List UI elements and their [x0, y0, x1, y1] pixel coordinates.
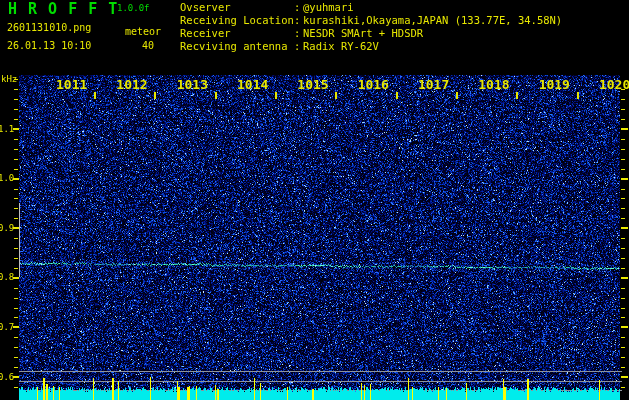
time-tick-label: 1020 [599, 80, 629, 89]
info-value: Radix RY-62V [303, 40, 379, 52]
info-value: kurashiki,Okayama,JAPAN (133.77E, 34.58N… [303, 14, 562, 26]
freq-tick-label: 1.0 [0, 174, 14, 183]
hrofft-output: H R O F F T 1.0.0f 2601131010.png meteor… [0, 0, 629, 400]
freq-tick-label: 0.7 [0, 323, 14, 332]
info-separator: : [294, 41, 303, 52]
info-separator: : [294, 2, 303, 13]
info-separator: : [294, 15, 303, 26]
freq-tick-label: 1.1 [0, 125, 14, 134]
freq-tick-label: 0.8 [0, 273, 14, 282]
time-tick-label: 1016 [358, 80, 389, 89]
freq-tick-label: 0.6 [0, 373, 14, 382]
observation-datetime: 26.01.13 10:10 [7, 41, 91, 51]
station-info-block: Ovserver:@yuhmari Receiving Location:kur… [180, 2, 629, 62]
time-tick-label: 1013 [177, 80, 208, 89]
info-value: NESDR SMArt + HDSDR [303, 27, 423, 39]
output-filename: 2601131010.png [7, 23, 91, 33]
info-label: Ovserver [180, 2, 294, 13]
time-tick-label: 1015 [297, 80, 328, 89]
info-value: @yuhmari [303, 1, 354, 13]
time-tick-label: 1012 [116, 80, 147, 89]
echo-count: 40 [142, 41, 154, 51]
station-info-row: Recviving antenna:Radix RY-62V [180, 41, 379, 52]
freq-tick-label: 0.9 [0, 224, 14, 233]
time-tick-label: 1018 [478, 80, 509, 89]
app-title: H R O F F T [8, 3, 118, 16]
info-label: Receiving Location [180, 15, 294, 26]
station-info-row: Receiver:NESDR SMArt + HDSDR [180, 28, 423, 39]
info-label: Recviving antenna [180, 41, 294, 52]
app-version: 1.0.0f [117, 4, 150, 13]
observation-mode-label: meteor [125, 27, 161, 37]
time-tick-label: 1017 [418, 80, 449, 89]
info-label: Receiver [180, 28, 294, 39]
freq-axis-unit-label: kHz [1, 75, 17, 84]
time-tick-label: 1014 [237, 80, 268, 89]
time-tick-label: 1011 [56, 80, 87, 89]
info-separator: : [294, 28, 303, 39]
time-tick-label: 1019 [539, 80, 570, 89]
station-info-row: Receiving Location:kurashiki,Okayama,JAP… [180, 15, 562, 26]
station-info-row: Ovserver:@yuhmari [180, 2, 354, 13]
